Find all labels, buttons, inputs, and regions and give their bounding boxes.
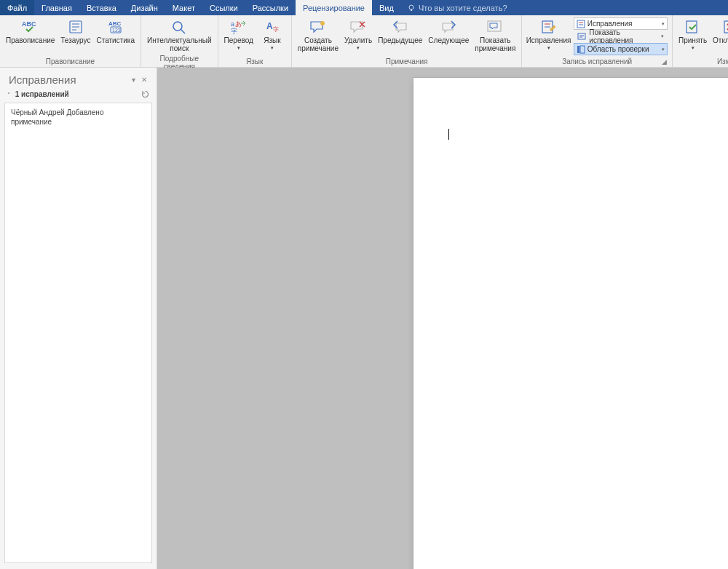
group-language: aあ字 Перевод ▾ A字 Язык ▾ Язык <box>218 15 292 67</box>
svg-text:a: a <box>231 20 234 28</box>
svg-rect-24 <box>577 20 585 28</box>
prev-comment-button[interactable]: Предыдущее <box>375 17 425 46</box>
track-changes-button[interactable]: Исправления ▾ <box>525 17 571 52</box>
reject-button[interactable]: Отклонить ▾ <box>710 17 728 52</box>
pane-menu-button[interactable]: ▾ <box>130 75 138 84</box>
smart-lookup-button[interactable]: Интеллектуальный поиск <box>144 17 215 54</box>
tab-insert[interactable]: Вставка <box>79 0 124 15</box>
svg-text:A: A <box>266 21 273 31</box>
revisions-pane: Исправления ▾ ✕ ˄ 1 исправлений Чёрный А… <box>0 68 157 569</box>
next-comment-button[interactable]: Следующее <box>425 17 472 46</box>
spelling-button[interactable]: ABC Правописание <box>3 17 58 46</box>
revision-item[interactable]: Чёрный Андрей Добавлено примечание <box>5 103 151 131</box>
show-markup-icon <box>577 32 587 41</box>
tab-layout[interactable]: Макет <box>165 0 202 15</box>
text-cursor <box>448 129 449 140</box>
pane-close-button[interactable]: ✕ <box>139 75 149 84</box>
dropdown-arrow-icon: ▾ <box>271 45 274 51</box>
language-button[interactable]: A字 Язык ▾ <box>256 17 288 52</box>
track-changes-icon <box>537 18 561 36</box>
accept-icon <box>681 18 705 36</box>
dropdown-arrow-icon: ▾ <box>237 45 240 51</box>
ribbon-tabstrip: Файл Главная Вставка Дизайн Макет Ссылки… <box>0 0 728 15</box>
svg-text:字: 字 <box>273 26 279 33</box>
tab-review[interactable]: Рецензирование <box>296 0 372 15</box>
reviewing-pane-label: Область проверки <box>587 45 649 53</box>
show-comments-icon <box>483 18 507 36</box>
thesaurus-button[interactable]: Тезаурус <box>58 17 93 46</box>
reviewing-pane-button[interactable]: Область проверки ▾ <box>574 43 668 55</box>
markup-icon <box>577 20 585 28</box>
accept-button[interactable]: Принять ▾ <box>676 17 710 52</box>
svg-rect-1 <box>411 9 412 11</box>
tell-me-placeholder: Что вы хотите сделать? <box>419 4 507 12</box>
document-page[interactable] <box>414 78 728 569</box>
svg-rect-32 <box>687 21 697 33</box>
word-count-icon: ABC123 <box>104 18 127 36</box>
next-comment-label: Следующее <box>428 36 469 44</box>
workspace: Исправления ▾ ✕ ˄ 1 исправлений Чёрный А… <box>0 68 728 569</box>
document-area[interactable] <box>157 68 728 569</box>
revisions-pane-title: Исправления <box>9 73 76 86</box>
show-comments-button[interactable]: Показать примечания <box>472 17 518 54</box>
translate-button[interactable]: aあ字 Перевод ▾ <box>221 17 256 52</box>
chevron-down-icon: ▾ <box>661 33 664 39</box>
tab-home[interactable]: Главная <box>34 0 79 15</box>
revisions-count-label: 1 исправлений <box>15 90 69 98</box>
delete-comment-button[interactable]: Удалить ▾ <box>341 17 375 52</box>
show-markup-button[interactable]: Показать исправления ▾ <box>574 31 668 42</box>
lightbulb-icon <box>407 4 416 12</box>
svg-rect-30 <box>577 46 579 53</box>
show-markup-label: Показать исправления <box>589 28 658 44</box>
new-comment-icon <box>306 18 330 36</box>
svg-point-17 <box>320 21 325 25</box>
group-tracking: Исправления ▾ Исправления ▾ <box>522 15 673 67</box>
tab-file[interactable]: Файл <box>0 0 34 15</box>
chevron-down-icon: ▾ <box>662 21 665 27</box>
svg-text:字: 字 <box>231 28 237 35</box>
group-proofing: ABC Правописание Тезаурус ABC123 Статист… <box>0 15 141 67</box>
svg-rect-27 <box>578 33 585 39</box>
group-proofing-label: Правописание <box>3 57 138 67</box>
svg-text:ABC: ABC <box>22 20 36 28</box>
tab-mailings[interactable]: Рассылки <box>245 0 296 15</box>
smart-lookup-label: Интеллектуальный поиск <box>147 36 212 52</box>
track-changes-label: Исправления <box>526 36 571 44</box>
dropdown-arrow-icon: ▾ <box>692 45 695 51</box>
reviewing-pane-icon <box>577 45 585 54</box>
svg-point-0 <box>409 5 414 9</box>
tab-references[interactable]: Ссылки <box>202 0 245 15</box>
new-comment-button[interactable]: Создать примечание <box>295 17 341 54</box>
prev-comment-icon <box>389 18 412 36</box>
smart-lookup-icon <box>167 18 191 36</box>
svg-text:あ: あ <box>235 20 242 28</box>
prev-comment-label: Предыдущее <box>378 36 422 44</box>
dialog-launcher-icon[interactable]: ◢ <box>660 58 668 65</box>
group-language-label: Язык <box>221 57 288 67</box>
delete-comment-icon <box>347 18 370 36</box>
collapse-icon[interactable]: ˄ <box>7 92 10 98</box>
spelling-icon: ABC <box>19 18 42 36</box>
group-changes-label: Изменения <box>676 57 728 67</box>
word-count-label: Статистика <box>96 36 135 44</box>
group-comments-label: Примечания <box>295 57 518 67</box>
refresh-button[interactable] <box>141 90 149 98</box>
show-comments-label: Показать примечания <box>475 36 515 52</box>
word-count-button[interactable]: ABC123 Статистика <box>93 17 138 46</box>
group-changes: Принять ▾ Отклонить ▾ Назад <box>673 15 728 67</box>
translate-icon: aあ字 <box>227 18 250 36</box>
group-comments: Создать примечание Удалить ▾ Предыдущее <box>292 15 522 67</box>
chevron-down-icon: ▾ <box>662 47 665 52</box>
language-icon: A字 <box>261 18 284 36</box>
thesaurus-icon <box>64 18 87 36</box>
tab-view[interactable]: Вид <box>372 0 401 15</box>
language-label: Язык <box>264 36 280 44</box>
dropdown-arrow-icon: ▾ <box>547 45 550 51</box>
delete-comment-label: Удалить <box>344 36 372 44</box>
display-for-review-value: Исправления <box>587 20 633 28</box>
tell-me-search[interactable]: Что вы хотите сделать? <box>401 0 513 15</box>
tab-design[interactable]: Дизайн <box>124 0 165 15</box>
svg-line-11 <box>181 29 185 33</box>
svg-text:123: 123 <box>112 28 121 33</box>
accept-label: Принять <box>678 36 707 44</box>
